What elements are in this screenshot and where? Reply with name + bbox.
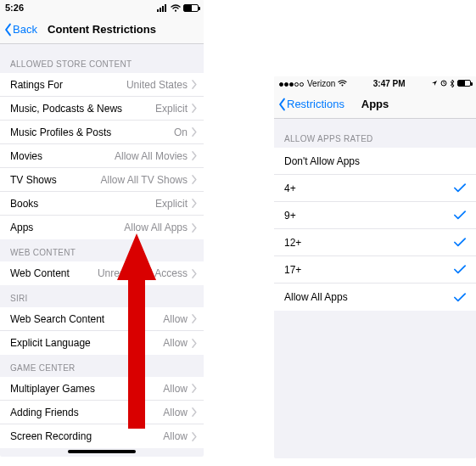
section-header-allow-apps: ALLOW APPS RATED bbox=[274, 119, 476, 148]
location-icon bbox=[431, 80, 438, 87]
row-value: Allow bbox=[163, 337, 188, 349]
svg-rect-0 bbox=[157, 9, 159, 12]
row-value: Allow bbox=[163, 407, 188, 418]
row-label: Adding Friends bbox=[10, 407, 163, 418]
back-button[interactable]: Restrictions bbox=[277, 98, 344, 111]
row-label: Movies bbox=[10, 150, 115, 162]
wifi-icon bbox=[171, 4, 181, 12]
check-icon bbox=[454, 265, 466, 274]
row-label: 17+ bbox=[284, 264, 454, 276]
battery-icon bbox=[457, 80, 471, 87]
row-game-center-0[interactable]: Multiplayer GamesAllow bbox=[0, 377, 204, 401]
chevron-right-icon bbox=[191, 432, 197, 441]
row-value: Explicit bbox=[155, 103, 188, 115]
row-value: Allow All Movies bbox=[115, 150, 188, 162]
section-header-web-content: WEB CONTENT bbox=[0, 239, 204, 261]
svg-point-5 bbox=[342, 85, 344, 87]
row-label: Web Search Content bbox=[10, 313, 163, 325]
row-label: TV Shows bbox=[10, 174, 101, 186]
back-label: Restrictions bbox=[287, 98, 344, 110]
chevron-left-icon bbox=[3, 23, 13, 36]
page-title: Content Restrictions bbox=[48, 23, 156, 36]
back-label: Back bbox=[13, 23, 37, 36]
signal-dots-icon bbox=[279, 78, 305, 88]
check-icon bbox=[454, 183, 466, 193]
phone-content-restrictions: 5:26 Back Content Restrictions ALLOWED S… bbox=[0, 0, 204, 457]
row-value: Allow bbox=[163, 313, 188, 325]
chevron-right-icon bbox=[191, 151, 197, 160]
row-label: Screen Recording bbox=[10, 430, 163, 442]
section-header-siri: SIRI bbox=[0, 285, 204, 307]
row-value: Explicit bbox=[155, 198, 188, 210]
row-value: Allow bbox=[163, 430, 188, 442]
chevron-right-icon bbox=[191, 127, 197, 137]
row-value: On bbox=[174, 126, 188, 138]
row-label: Explicit Language bbox=[10, 337, 163, 349]
row-app-rating-3[interactable]: 12+ bbox=[274, 229, 476, 256]
row-allowed-store-4[interactable]: TV ShowsAllow All TV Shows bbox=[0, 168, 204, 192]
chevron-right-icon bbox=[191, 80, 197, 89]
row-label: Books bbox=[10, 198, 155, 210]
chevron-left-icon bbox=[277, 98, 287, 111]
row-app-rating-0[interactable]: Don't Allow Apps bbox=[274, 148, 476, 175]
check-icon bbox=[454, 293, 466, 302]
chevron-right-icon bbox=[191, 339, 197, 348]
row-game-center-2[interactable]: Screen RecordingAllow bbox=[0, 424, 204, 448]
row-value: Allow All TV Shows bbox=[101, 174, 188, 186]
cellular-icon bbox=[157, 4, 168, 12]
row-allowed-store-1[interactable]: Music, Podcasts & NewsExplicit bbox=[0, 97, 204, 121]
row-label: 4+ bbox=[284, 182, 454, 194]
row-app-rating-4[interactable]: 17+ bbox=[274, 256, 476, 284]
bluetooth-icon bbox=[450, 80, 455, 87]
home-indicator bbox=[68, 450, 136, 453]
nav-bar: Back Content Restrictions bbox=[0, 15, 204, 44]
row-siri-1[interactable]: Explicit LanguageAllow bbox=[0, 331, 204, 355]
row-value: Allow All Apps bbox=[124, 222, 188, 233]
page-title: Apps bbox=[361, 98, 389, 110]
chevron-right-icon bbox=[191, 104, 197, 113]
status-indicators bbox=[431, 80, 471, 87]
status-bar: Verizon 3:47 PM bbox=[274, 76, 476, 90]
carrier-label: Verizon bbox=[307, 79, 335, 88]
row-label: Apps bbox=[10, 222, 124, 233]
section-header-allowed-store: ALLOWED STORE CONTENT bbox=[0, 44, 204, 73]
chevron-right-icon bbox=[191, 269, 197, 278]
row-app-rating-1[interactable]: 4+ bbox=[274, 175, 476, 202]
row-allowed-store-3[interactable]: MoviesAllow All Movies bbox=[0, 144, 204, 168]
nav-bar: Restrictions Apps bbox=[274, 90, 476, 119]
status-indicators bbox=[157, 4, 199, 12]
svg-rect-2 bbox=[162, 6, 164, 12]
row-label: 12+ bbox=[284, 237, 454, 249]
svg-rect-3 bbox=[165, 4, 166, 12]
row-value: United States bbox=[126, 79, 188, 91]
row-label: Web Content bbox=[10, 267, 98, 279]
row-game-center-1[interactable]: Adding FriendsAllow bbox=[0, 401, 204, 424]
row-allowed-store-0[interactable]: Ratings ForUnited States bbox=[0, 73, 204, 97]
row-app-rating-5[interactable]: Allow All Apps bbox=[274, 284, 476, 311]
svg-rect-1 bbox=[160, 8, 161, 12]
chevron-right-icon bbox=[191, 407, 197, 417]
back-button[interactable]: Back bbox=[3, 23, 37, 36]
row-siri-0[interactable]: Web Search ContentAllow bbox=[0, 307, 204, 331]
row-label: Music, Podcasts & News bbox=[10, 103, 155, 115]
row-label: Ratings For bbox=[10, 79, 126, 91]
row-app-rating-2[interactable]: 9+ bbox=[274, 202, 476, 229]
section-header-game-center: GAME CENTER bbox=[0, 355, 204, 377]
row-web-content-0[interactable]: Web ContentUnrestricted Access bbox=[0, 261, 204, 285]
row-allowed-store-5[interactable]: BooksExplicit bbox=[0, 192, 204, 216]
battery-icon bbox=[183, 4, 199, 12]
chevron-right-icon bbox=[191, 384, 197, 393]
chevron-right-icon bbox=[191, 199, 197, 208]
phone-apps-rating: Verizon 3:47 PM Restrictions Apps ALLOW … bbox=[274, 76, 476, 458]
row-allowed-store-2[interactable]: Music Profiles & PostsOn bbox=[0, 121, 204, 144]
row-value: Allow bbox=[163, 383, 188, 395]
chevron-right-icon bbox=[191, 314, 197, 323]
status-time: 3:47 PM bbox=[373, 79, 406, 88]
row-label: Don't Allow Apps bbox=[284, 155, 469, 167]
chevron-right-icon bbox=[191, 175, 197, 184]
status-time: 5:26 bbox=[5, 3, 24, 13]
row-label: Music Profiles & Posts bbox=[10, 126, 174, 138]
chevron-right-icon bbox=[191, 223, 197, 233]
row-allowed-store-6[interactable]: AppsAllow All Apps bbox=[0, 216, 204, 239]
wifi-icon bbox=[338, 80, 347, 87]
